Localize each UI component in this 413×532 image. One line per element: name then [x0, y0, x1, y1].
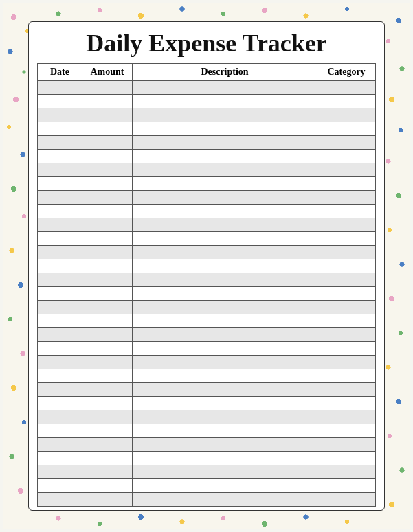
cell-category [317, 232, 376, 246]
cell-date [38, 342, 82, 356]
cell-date [38, 122, 82, 136]
cell-date [38, 465, 82, 479]
table-row [38, 218, 376, 232]
cell-date [38, 81, 82, 95]
cell-amount [82, 232, 133, 246]
cell-date [38, 163, 82, 177]
table-row [38, 205, 376, 218]
cell-description [133, 95, 317, 108]
cell-description [133, 191, 317, 205]
cell-description [133, 369, 317, 383]
table-row [38, 150, 376, 163]
table-row [38, 163, 376, 177]
cell-date [38, 328, 82, 342]
cell-date [38, 410, 82, 424]
expense-table: Date Amount Description Category [37, 63, 376, 507]
col-header-amount: Amount [82, 64, 133, 81]
cell-description [133, 150, 317, 163]
cell-category [317, 369, 376, 383]
cell-amount [82, 205, 133, 218]
cell-amount [82, 191, 133, 205]
cell-category [317, 465, 376, 479]
cell-description [133, 177, 317, 191]
cell-amount [82, 273, 133, 287]
table-row [38, 465, 376, 479]
table-row [38, 95, 376, 108]
table-row [38, 383, 376, 397]
cell-date [38, 493, 82, 507]
cell-date [38, 287, 82, 301]
cell-date [38, 273, 82, 287]
col-header-description: Description [133, 64, 317, 81]
table-row [38, 397, 376, 410]
cell-date [38, 383, 82, 397]
table-row [38, 122, 376, 136]
table-row [38, 301, 376, 314]
table-row [38, 191, 376, 205]
cell-category [317, 163, 376, 177]
cell-description [133, 259, 317, 273]
cell-description [133, 218, 317, 232]
cell-description [133, 356, 317, 369]
cell-category [317, 410, 376, 424]
cell-category [317, 218, 376, 232]
cell-description [133, 424, 317, 438]
cell-amount [82, 218, 133, 232]
cell-amount [82, 122, 133, 136]
cell-description [133, 246, 317, 259]
cell-category [317, 136, 376, 150]
cell-amount [82, 177, 133, 191]
cell-description [133, 205, 317, 218]
table-row [38, 81, 376, 95]
table-row [38, 108, 376, 122]
table-row [38, 136, 376, 150]
cell-category [317, 259, 376, 273]
cell-amount [82, 493, 133, 507]
cell-date [38, 177, 82, 191]
cell-amount [82, 410, 133, 424]
cell-amount [82, 369, 133, 383]
cell-amount [82, 424, 133, 438]
cell-date [38, 369, 82, 383]
cell-date [38, 205, 82, 218]
cell-description [133, 314, 317, 328]
table-row [38, 328, 376, 342]
cell-description [133, 342, 317, 356]
cell-category [317, 150, 376, 163]
col-header-category: Category [317, 64, 376, 81]
cell-amount [82, 150, 133, 163]
cell-description [133, 452, 317, 465]
cell-date [38, 314, 82, 328]
cell-description [133, 122, 317, 136]
cell-description [133, 479, 317, 493]
cell-date [38, 356, 82, 369]
cell-amount [82, 328, 133, 342]
table-row [38, 493, 376, 507]
cell-date [38, 452, 82, 465]
cell-description [133, 108, 317, 122]
cell-amount [82, 438, 133, 452]
cell-amount [82, 314, 133, 328]
cell-amount [82, 397, 133, 410]
cell-category [317, 205, 376, 218]
cell-date [38, 424, 82, 438]
table-row [38, 438, 376, 452]
cell-category [317, 95, 376, 108]
cell-description [133, 438, 317, 452]
cell-category [317, 287, 376, 301]
cell-date [38, 108, 82, 122]
cell-date [38, 438, 82, 452]
cell-category [317, 342, 376, 356]
col-header-date: Date [38, 64, 82, 81]
table-row [38, 273, 376, 287]
cell-category [317, 328, 376, 342]
cell-date [38, 95, 82, 108]
cell-description [133, 465, 317, 479]
cell-category [317, 314, 376, 328]
cell-date [38, 136, 82, 150]
cell-description [133, 163, 317, 177]
cell-description [133, 328, 317, 342]
cell-category [317, 246, 376, 259]
cell-amount [82, 301, 133, 314]
cell-category [317, 493, 376, 507]
